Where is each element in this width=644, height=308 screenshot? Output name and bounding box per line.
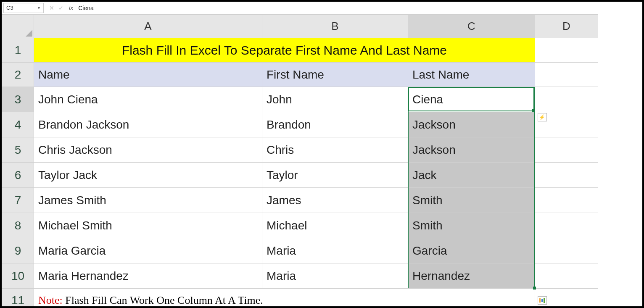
title-cell[interactable]: Flash Fill In Excel To Separate First Na… [34,38,535,63]
name-box-value: C3 [6,5,13,11]
cell-a3[interactable]: John Ciena [34,87,262,112]
cell-c10[interactable]: Hernandez [408,263,535,289]
row-header-1[interactable]: 1 [2,38,34,63]
cell-a7[interactable]: James Smith [34,188,262,213]
cell-b8[interactable]: Michael [262,213,408,238]
column-header-a[interactable]: A [34,15,262,38]
cell-b4[interactable]: Brandon [262,112,408,137]
cell-a5[interactable]: Chris Jackson [34,137,262,163]
header-name[interactable]: Name [34,63,262,87]
cell-b6[interactable]: Taylor [262,163,408,188]
row-header-7[interactable]: 7 [2,188,34,213]
cell-d1[interactable] [535,38,598,63]
row-header-2[interactable]: 2 [2,63,34,87]
row-header-5[interactable]: 5 [2,137,34,163]
cell-d6[interactable] [535,163,598,188]
row-header-10[interactable]: 10 [2,263,34,289]
note-label: Note: [38,294,63,306]
cell-d8[interactable] [535,213,598,238]
cell-c6[interactable]: Jack [408,163,535,188]
name-box[interactable]: C3 ▼ [3,3,44,13]
header-last[interactable]: Last Name [408,63,535,87]
cell-b3[interactable]: John [262,87,408,112]
cell-c4[interactable]: Jackson [408,112,535,137]
cell-d5[interactable] [535,137,598,163]
cell-d10[interactable] [535,263,598,289]
note-cell[interactable]: Note: Flash Fill Can Work One Column At … [34,289,535,308]
column-header-d[interactable]: D [535,15,598,38]
row-header-8[interactable]: 8 [2,213,34,238]
cell-a10[interactable]: Maria Hernandez [34,263,262,289]
paste-options-icon[interactable] [538,296,547,305]
cell-b10[interactable]: Maria [262,263,408,289]
cell-a6[interactable]: Taylor Jack [34,163,262,188]
cell-a4[interactable]: Brandon Jackson [34,112,262,137]
confirm-icon[interactable]: ✓ [57,5,65,11]
grid-table: A B C D 1 Flash Fill In Excel To Separat… [2,14,598,308]
formula-input[interactable] [77,3,642,13]
cancel-icon[interactable]: ✕ [48,5,55,11]
formula-bar: C3 ▼ ✕ ✓ fx [2,2,642,14]
cell-d3[interactable] [535,87,598,112]
row-header-4[interactable]: 4 [2,112,34,137]
fx-icon[interactable]: fx [69,5,73,11]
column-header-c[interactable]: C [408,15,535,38]
cell-d7[interactable] [535,188,598,213]
select-all-corner[interactable] [2,15,34,38]
cell-c7[interactable]: Smith [408,188,535,213]
cell-d9[interactable] [535,238,598,263]
note-body: Flash Fill Can Work One Column At A Time… [63,294,263,306]
row-header-9[interactable]: 9 [2,238,34,263]
cell-c5[interactable]: Jackson [408,137,535,163]
cell-c8[interactable]: Smith [408,213,535,238]
row-header-11[interactable]: 11 [2,289,34,308]
cell-d2[interactable] [535,63,598,87]
cell-b7[interactable]: James [262,188,408,213]
flash-fill-options-icon[interactable]: ⚡ [538,113,547,121]
spreadsheet-grid: A B C D 1 Flash Fill In Excel To Separat… [2,14,642,308]
cell-a9[interactable]: Maria Garcia [34,238,262,263]
formula-bar-buttons: ✕ ✓ [44,5,69,11]
name-box-dropdown-icon[interactable]: ▼ [37,6,41,10]
cell-c3[interactable]: Ciena [408,87,535,112]
row-header-6[interactable]: 6 [2,163,34,188]
row-header-3[interactable]: 3 [2,87,34,112]
column-header-b[interactable]: B [262,15,408,38]
cell-b5[interactable]: Chris [262,137,408,163]
cell-a8[interactable]: Michael Smith [34,213,262,238]
cell-b9[interactable]: Maria [262,238,408,263]
cell-c9[interactable]: Garcia [408,238,535,263]
header-first[interactable]: First Name [262,63,408,87]
